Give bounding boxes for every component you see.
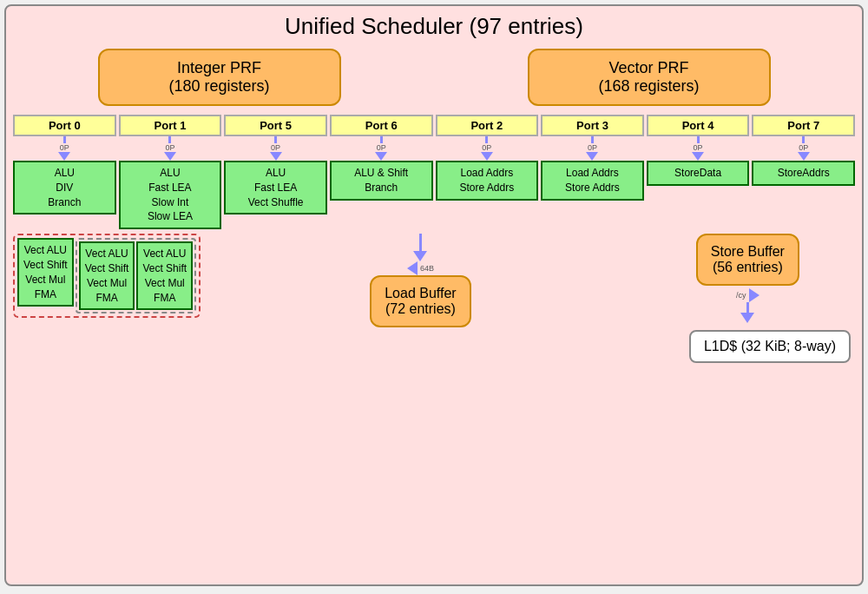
port-4-column: Port 4 0P StoreData	[647, 115, 750, 186]
port-1-vect: Vect ALUVect ShiftVect MulFMA	[79, 241, 135, 310]
port-7-column: Port 7 0P StoreAddrs	[752, 115, 855, 186]
port-2-column: Port 2 0P Load AddrsStore Addrs	[436, 115, 539, 201]
port-4-arrow: 0P	[692, 136, 704, 161]
port-5-label: Port 5	[224, 115, 327, 136]
integer-prf-label: Integer PRF(180 registers)	[126, 59, 313, 96]
vect-outer-group: Vect ALUVect ShiftVect MulFMA Vect ALUVe…	[13, 234, 201, 318]
load-arrow-left	[407, 261, 418, 275]
port-5-exec: ALUFast LEAVect Shuffle	[224, 161, 327, 214]
store-buffer-box: Store Buffer(56 entries)	[696, 234, 799, 286]
port-0-column: Port 0 0P ALUDIVBranch	[13, 115, 116, 214]
store-cy-label: /cy	[736, 291, 746, 300]
store-arrow-down-head	[740, 313, 754, 323]
store-buffer-area: Store Buffer(56 entries) /cy	[641, 234, 855, 323]
port-0-arrow: 0P	[58, 136, 70, 161]
port-3-arrow: 0P	[586, 136, 598, 161]
load-64b-label: 64B	[420, 264, 434, 273]
port-4-label: Port 4	[647, 115, 750, 136]
port-6-arrow: 0P	[375, 136, 387, 161]
port-7-arrow: 0P	[798, 136, 810, 161]
port-7-label: Port 7	[752, 115, 855, 136]
port-1-exec: ALUFast LEASlow IntSlow LEA	[119, 161, 222, 229]
port-6-column: Port 6 0P ALU & ShiftBranch	[330, 115, 433, 201]
port-0-vect: Vect ALUVect ShiftVect MulFMA	[17, 238, 74, 314]
port-5-vect-exec: Vect ALUVect ShiftVect MulFMA	[136, 241, 193, 310]
port-0-vect-exec: Vect ALUVect ShiftVect MulFMA	[17, 238, 74, 307]
port-3-label: Port 3	[541, 115, 644, 136]
load-buffer-box: Load Buffer(72 entries)	[370, 275, 470, 327]
load-arrow-up-head	[413, 251, 427, 261]
l1d-box: L1D$ (32 KiB; 8-way)	[689, 330, 851, 363]
l1d-row: L1D$ (32 KiB; 8-way)	[13, 330, 855, 363]
port-3-exec: Load AddrsStore Addrs	[541, 161, 644, 201]
port-5-column: Port 5 0P ALUFast LEAVect Shuffle	[224, 115, 327, 214]
port-0-label: Port 0	[13, 115, 116, 136]
load-buffer-label: Load Buffer(72 entries)	[385, 286, 456, 317]
load-buffer-area: 64B Load Buffer(72 entries)	[313, 234, 528, 327]
port-2-exec: Load AddrsStore Addrs	[436, 161, 539, 201]
lower-area: Vect ALUVect ShiftVect MulFMA Vect ALUVe…	[13, 234, 855, 327]
port-4-exec: StoreData	[647, 161, 750, 186]
port-6-label: Port 6	[330, 115, 433, 136]
vector-prf-box: Vector PRF(168 registers)	[528, 49, 771, 106]
port-1-arrow: 0P	[164, 136, 176, 161]
port-1-label: Port 1	[119, 115, 222, 136]
prf-row: Integer PRF(180 registers) Vector PRF(16…	[13, 49, 855, 106]
ports-exec-row: Port 0 0P ALUDIVBranch Port 1 0P ALUFast…	[13, 115, 855, 229]
port-5-vect: Vect ALUVect ShiftVect MulFMA	[136, 241, 193, 310]
port-5-arrow: 0P	[270, 136, 282, 161]
vect-inner-group: Vect ALUVect ShiftVect MulFMA Vect ALUVe…	[76, 238, 196, 314]
port-2-arrow: 0P	[481, 136, 493, 161]
store-arrow-down-line	[746, 302, 749, 313]
port-1-column: Port 1 0P ALUFast LEASlow IntSlow LEA	[119, 115, 222, 229]
integer-prf-box: Integer PRF(180 registers)	[98, 49, 341, 106]
l1d-label: L1D$ (32 KiB; 8-way)	[704, 339, 836, 354]
port-7-exec: StoreAddrs	[752, 161, 855, 186]
port-1-vect-exec: Vect ALUVect ShiftVect MulFMA	[79, 241, 135, 310]
store-arrow-right	[749, 288, 760, 302]
port-2-label: Port 2	[436, 115, 539, 136]
store-buffer-label: Store Buffer(56 entries)	[711, 244, 785, 275]
port-3-column: Port 3 0P Load AddrsStore Addrs	[541, 115, 644, 201]
load-arrow-up-line	[419, 234, 422, 251]
port-0-exec: ALUDIVBranch	[13, 161, 116, 214]
page-title: Unified Scheduler (97 entries)	[13, 13, 855, 40]
port-6-exec: ALU & ShiftBranch	[330, 161, 433, 201]
main-container: Unified Scheduler (97 entries) Integer P…	[4, 4, 864, 586]
vector-prf-label: Vector PRF(168 registers)	[556, 59, 743, 96]
